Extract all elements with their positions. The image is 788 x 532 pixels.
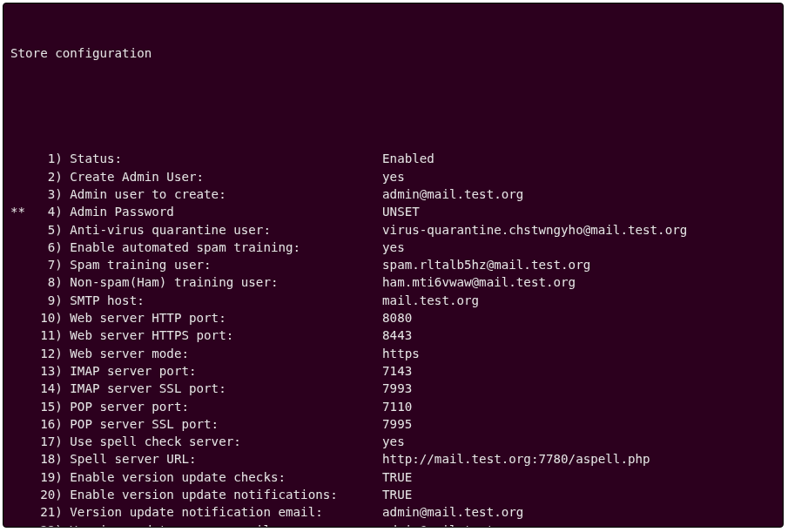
row-number: 22): [33, 522, 63, 528]
row-value: 7110: [382, 398, 412, 415]
row-number: 5): [33, 221, 63, 239]
row-label: Web server mode:: [63, 345, 382, 362]
row-marker: [10, 292, 33, 309]
row-label: Web server HTTP port:: [63, 309, 382, 327]
row-number: 11): [33, 327, 63, 344]
row-label: Admin user to create:: [63, 185, 382, 203]
row-number: 17): [33, 433, 63, 450]
config-row: 15) POP server port:7110: [10, 398, 776, 415]
row-label: POP server SSL port:: [63, 415, 382, 433]
row-label: Spell server URL:: [63, 450, 382, 468]
row-value: 7993: [382, 380, 412, 397]
row-label: Use spell check server:: [63, 433, 382, 450]
config-row: 10) Web server HTTP port:8080: [10, 309, 776, 327]
row-label: IMAP server SSL port:: [63, 380, 382, 397]
row-value: 7995: [382, 415, 412, 433]
row-number: 9): [33, 292, 63, 309]
row-marker: [10, 398, 33, 415]
row-marker: [10, 345, 33, 362]
row-marker: [10, 185, 33, 203]
row-value: Enabled: [382, 150, 434, 167]
config-row: 5) Anti-virus quarantine user:virus-quar…: [10, 221, 776, 239]
config-row: 2) Create Admin User:yes: [10, 168, 776, 185]
config-row: 14) IMAP server SSL port:7993: [10, 380, 776, 397]
config-rows: 1) Status:Enabled 2) Create Admin User:y…: [10, 150, 776, 528]
row-value: 7143: [382, 362, 412, 380]
row-label: Enable version update notifications:: [63, 486, 382, 503]
row-value: https: [382, 345, 420, 362]
row-label: Admin Password: [63, 203, 382, 220]
row-number: 16): [33, 415, 63, 433]
row-marker: [10, 150, 33, 167]
row-value: 8080: [382, 309, 412, 327]
config-row: 16) POP server SSL port:7995: [10, 415, 776, 433]
row-label: Web server HTTPS port:: [63, 327, 382, 344]
row-number: 19): [33, 468, 63, 486]
row-value: http://mail.test.org:7780/aspell.php: [382, 450, 650, 468]
row-value: TRUE: [382, 486, 412, 503]
row-number: 12): [33, 345, 63, 362]
row-label: Non-spam(Ham) training user:: [63, 273, 382, 291]
row-number: 14): [33, 380, 63, 397]
row-number: 3): [33, 185, 63, 203]
row-number: 10): [33, 309, 63, 327]
row-number: 20): [33, 486, 63, 503]
row-marker: [10, 433, 33, 450]
config-row: 7) Spam training user:spam.rltalb5hz@mai…: [10, 256, 776, 273]
config-row: 21) Version update notification email:ad…: [10, 503, 776, 521]
row-value: admin@mail.test.org: [382, 185, 523, 203]
row-label: Spam training user:: [63, 256, 382, 273]
row-value: admin@mail.test.org: [382, 503, 523, 521]
row-value: 8443: [382, 327, 412, 344]
row-value: mail.test.org: [382, 292, 479, 309]
row-label: IMAP server port:: [63, 362, 382, 380]
row-label: POP server port:: [63, 398, 382, 415]
config-row: **4) Admin PasswordUNSET: [10, 203, 776, 220]
row-value: yes: [382, 168, 405, 185]
row-label: Version update source email:: [63, 522, 382, 528]
row-number: 13): [33, 362, 63, 380]
row-label: Anti-virus quarantine user:: [63, 221, 382, 239]
config-row: 1) Status:Enabled: [10, 150, 776, 167]
row-label: Version update notification email:: [63, 503, 382, 521]
row-marker: [10, 239, 33, 256]
blank-line: [10, 97, 776, 114]
section-header: Store configuration: [10, 44, 776, 62]
row-label: Create Admin User:: [63, 168, 382, 185]
config-row: 13) IMAP server port:7143: [10, 362, 776, 380]
row-value: TRUE: [382, 468, 412, 486]
config-row: 11) Web server HTTPS port:8443: [10, 327, 776, 344]
row-marker: [10, 309, 33, 327]
row-value: spam.rltalb5hz@mail.test.org: [382, 256, 590, 273]
config-row: 12) Web server mode:https: [10, 345, 776, 362]
row-marker: [10, 486, 33, 503]
row-label: SMTP host:: [63, 292, 382, 309]
row-label: Enable version update checks:: [63, 468, 382, 486]
row-value: yes: [382, 433, 405, 450]
terminal-window[interactable]: Store configuration 1) Status:Enabled 2)…: [3, 3, 784, 528]
row-number: 21): [33, 503, 63, 521]
config-row: 3) Admin user to create:admin@mail.test.…: [10, 185, 776, 203]
config-row: 18) Spell server URL:http://mail.test.or…: [10, 450, 776, 468]
row-marker: [10, 380, 33, 397]
config-row: 20) Enable version update notifications:…: [10, 486, 776, 503]
row-value: UNSET: [382, 203, 420, 220]
row-number: 7): [33, 256, 63, 273]
row-marker: [10, 327, 33, 344]
row-marker: [10, 273, 33, 291]
row-number: 15): [33, 398, 63, 415]
row-marker: [10, 168, 33, 185]
row-value: ham.mti6vwaw@mail.test.org: [382, 273, 576, 291]
row-label: Status:: [63, 150, 382, 167]
row-marker: [10, 522, 33, 528]
config-row: 19) Enable version update checks:TRUE: [10, 468, 776, 486]
row-label: Enable automated spam training:: [63, 239, 382, 256]
row-marker: **: [10, 203, 33, 220]
row-marker: [10, 450, 33, 468]
row-value: admin@mail.test.org: [382, 522, 523, 528]
row-marker: [10, 221, 33, 239]
row-number: 6): [33, 239, 63, 256]
config-row: 17) Use spell check server:yes: [10, 433, 776, 450]
row-value: yes: [382, 239, 405, 256]
config-row: 6) Enable automated spam training:yes: [10, 239, 776, 256]
